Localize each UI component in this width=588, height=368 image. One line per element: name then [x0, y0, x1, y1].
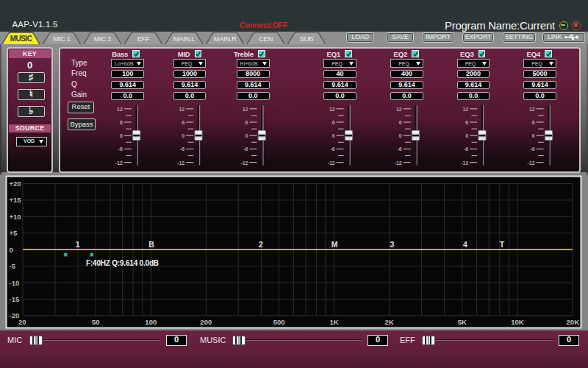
svg-text:-12: -12 [177, 160, 184, 166]
svg-text:0: 0 [120, 133, 123, 138]
svg-text:0: 0 [245, 133, 248, 138]
svg-text:+20: +20 [10, 180, 21, 188]
svg-text:+15: +15 [10, 196, 22, 204]
svg-text:-12: -12 [528, 160, 535, 166]
svg-text:0: 0 [399, 133, 402, 138]
svg-text:6: 6 [332, 120, 335, 125]
svg-text:-12: -12 [240, 160, 248, 166]
svg-text:-6: -6 [243, 146, 248, 152]
svg-text:-15: -15 [10, 295, 20, 303]
svg-text:200: 200 [200, 318, 212, 326]
svg-text:12: 12 [529, 107, 535, 112]
svg-text:12: 12 [179, 107, 184, 112]
svg-text:12: 12 [396, 107, 402, 112]
svg-text:12: 12 [329, 107, 335, 112]
svg-text:500: 500 [273, 318, 285, 326]
svg-text:+5: +5 [10, 229, 18, 237]
svg-text:-6: -6 [180, 146, 184, 152]
svg-text:12: 12 [462, 107, 468, 112]
svg-text:6: 6 [182, 120, 184, 125]
svg-text:+10: +10 [10, 213, 21, 221]
svg-text:CEN: CEN [259, 35, 273, 43]
svg-text:12: 12 [243, 107, 248, 112]
svg-text:MIC 1: MIC 1 [53, 35, 70, 43]
svg-text:6: 6 [399, 120, 402, 125]
svg-text:1K: 1K [330, 318, 339, 326]
svg-text:-5: -5 [10, 262, 16, 270]
svg-text:0: 0 [465, 133, 468, 138]
svg-text:2K: 2K [385, 318, 394, 326]
svg-text:0: 0 [10, 246, 13, 254]
svg-text:50: 50 [92, 318, 100, 326]
svg-text:6: 6 [465, 120, 468, 125]
svg-text:3: 3 [390, 240, 395, 249]
svg-text:MIC 2: MIC 2 [94, 35, 111, 43]
svg-text:EFF: EFF [137, 35, 150, 43]
svg-text:SUB: SUB [300, 35, 313, 43]
svg-text:4: 4 [463, 240, 467, 249]
svg-text:6: 6 [532, 120, 535, 125]
svg-text:-12: -12 [115, 160, 123, 166]
svg-text:100: 100 [145, 318, 157, 326]
svg-text:20K: 20K [567, 318, 580, 326]
svg-text:-6: -6 [464, 146, 468, 152]
svg-text:MUSIC: MUSIC [10, 35, 32, 43]
svg-text:-12: -12 [395, 160, 402, 166]
svg-text:-6: -6 [530, 146, 534, 152]
svg-text:0: 0 [532, 133, 535, 138]
svg-text:5K: 5K [458, 318, 467, 326]
svg-text:MAIN.L: MAIN.L [173, 35, 195, 43]
svg-text:12: 12 [117, 107, 123, 112]
svg-text:T: T [500, 240, 505, 249]
svg-text:MAIN.R: MAIN.R [214, 35, 237, 43]
svg-text:B: B [148, 240, 154, 249]
svg-text:0: 0 [182, 133, 184, 138]
svg-text:-10: -10 [10, 279, 20, 287]
svg-text:-12: -12 [461, 160, 468, 166]
svg-text:-12: -12 [328, 160, 335, 166]
svg-text:20: 20 [18, 318, 26, 326]
svg-text:-6: -6 [330, 146, 334, 152]
svg-text:6: 6 [245, 120, 248, 125]
svg-text:-6: -6 [118, 146, 123, 152]
svg-text:6: 6 [120, 120, 123, 125]
svg-text:2: 2 [259, 240, 263, 249]
svg-text:1: 1 [76, 240, 80, 249]
svg-text:F:40HZ Q:9.614 0.0dB: F:40HZ Q:9.614 0.0dB [86, 259, 159, 267]
svg-text:0: 0 [332, 133, 335, 138]
svg-text:10K: 10K [511, 318, 524, 326]
svg-text:M: M [331, 240, 338, 249]
svg-text:-6: -6 [397, 146, 401, 152]
